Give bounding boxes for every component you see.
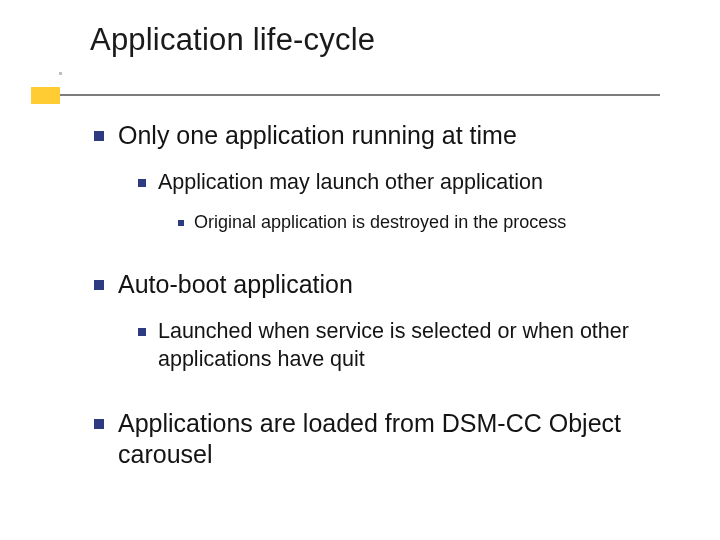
square-bullet-icon [94,280,104,290]
bullet-text: Auto-boot application [118,269,353,300]
square-bullet-icon [94,419,104,429]
list-item: Original application is destroyed in the… [178,211,684,234]
square-bullet-icon [138,179,146,187]
bullet-text: Launched when service is selected or whe… [158,318,684,374]
bullet-level2: Launched when service is selected or whe… [138,318,684,374]
bullet-level1: Applications are loaded from DSM-CC Obje… [94,408,684,471]
bullet-text: Original application is destroyed in the… [194,211,566,234]
title-underline [60,94,660,96]
accent-tiny-square [59,72,62,75]
bullet-level1: Only one application running at time App… [94,120,684,235]
square-bullet-icon [94,131,104,141]
slide-body: Only one application running at time App… [94,120,684,498]
list-item: Launched when service is selected or whe… [138,318,684,374]
bullet-text: Applications are loaded from DSM-CC Obje… [118,408,684,471]
list-item: Auto-boot application [94,269,684,300]
slide: Application life-cycle Only one applicat… [0,0,720,540]
list-item: Only one application running at time [94,120,684,151]
slide-title: Application life-cycle [90,22,375,58]
square-bullet-icon [138,328,146,336]
bullet-level3: Original application is destroyed in the… [178,211,684,234]
bullet-text: Application may launch other application [158,169,543,197]
list-item: Application may launch other application [138,169,684,197]
square-bullet-icon [178,220,184,226]
bullet-level1: Auto-boot application Launched when serv… [94,269,684,374]
list-item: Applications are loaded from DSM-CC Obje… [94,408,684,471]
bullet-level2: Application may launch other application… [138,169,684,234]
bullet-text: Only one application running at time [118,120,517,151]
accent-yellow-block [31,87,60,104]
